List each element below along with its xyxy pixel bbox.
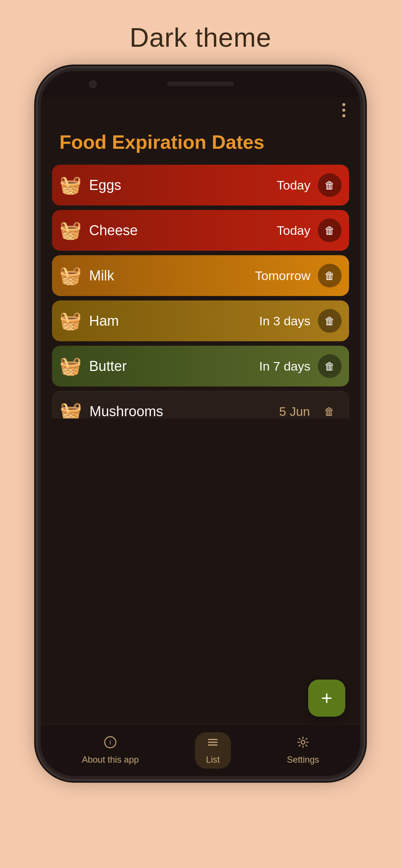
food-name-cheese: Cheese [89,223,277,239]
list-icon [206,736,219,752]
add-item-fab[interactable]: + [308,680,345,717]
food-item-cheese[interactable]: 🧺 Cheese Today 🗑 [52,210,349,251]
top-bar [41,97,360,123]
food-name-ham: Ham [89,313,259,329]
food-icon-eggs: 🧺 [59,175,82,195]
screen: Food Expiration Dates 🧺 Eggs Today 🗑 🧺 C… [41,97,360,776]
svg-rect-4 [208,744,218,746]
food-item-mushrooms[interactable]: 🧺 Mushrooms 5 Jun 🗑 [52,391,349,418]
nav-item-about[interactable]: i About this app [71,732,150,769]
food-item-milk[interactable]: 🧺 Milk Tomorrow 🗑 [52,255,349,296]
svg-point-5 [301,740,305,744]
dot3 [342,114,345,117]
info-icon: i [104,736,117,752]
trash-icon-ham: 🗑 [325,315,335,327]
delete-button-cheese[interactable]: 🗑 [318,218,342,242]
trash-icon-milk: 🗑 [325,270,335,282]
nav-label-settings: Settings [287,754,319,765]
page-background-title: Dark theme [130,22,271,53]
nav-item-settings[interactable]: Settings [276,732,330,769]
svg-rect-3 [208,742,218,743]
bottom-nav: i About this app List [41,724,360,776]
nav-label-about: About this app [82,754,138,765]
nav-label-list: List [206,754,220,765]
food-date-milk: Tomorrow [255,269,310,283]
delete-button-eggs[interactable]: 🗑 [318,173,342,197]
food-icon-mushrooms: 🧺 [60,401,82,418]
fab-container: + [41,672,360,724]
front-camera [89,80,97,88]
food-name-eggs: Eggs [89,177,277,193]
svg-text:i: i [110,739,111,746]
food-name-mushrooms: Mushrooms [89,404,279,418]
list-spacer [41,418,360,672]
food-name-milk: Milk [89,268,255,284]
food-date-cheese: Today [277,223,310,238]
food-name-butter: Butter [89,358,259,374]
food-date-mushrooms: 5 Jun [279,404,310,418]
svg-rect-2 [208,739,218,740]
more-options-button[interactable] [342,103,345,117]
food-icon-cheese: 🧺 [59,220,82,241]
settings-icon [297,736,309,752]
food-icon-butter: 🧺 [59,356,82,377]
trash-icon-eggs: 🗑 [325,179,335,191]
phone-notch [41,71,360,97]
food-date-ham: In 3 days [259,314,310,328]
plus-icon: + [321,688,332,708]
food-date-eggs: Today [277,178,310,193]
dot1 [342,103,345,106]
dot2 [342,109,345,112]
food-list: 🧺 Eggs Today 🗑 🧺 Cheese Today 🗑 🧺 Milk [41,165,360,418]
delete-button-mushrooms[interactable]: 🗑 [317,400,341,418]
phone-frame: Food Expiration Dates 🧺 Eggs Today 🗑 🧺 C… [41,71,360,776]
delete-button-butter[interactable]: 🗑 [318,354,342,378]
trash-icon-butter: 🗑 [325,360,335,372]
delete-button-milk[interactable]: 🗑 [318,264,342,287]
food-item-ham[interactable]: 🧺 Ham In 3 days 🗑 [52,300,349,341]
earpiece-speaker [167,82,234,86]
trash-icon-mushrooms: 🗑 [324,405,335,418]
nav-item-list[interactable]: List [195,732,231,769]
food-date-butter: In 7 days [259,359,310,374]
trash-icon-cheese: 🗑 [325,224,335,237]
delete-button-ham[interactable]: 🗑 [318,309,342,333]
food-icon-ham: 🧺 [59,310,82,331]
food-item-butter[interactable]: 🧺 Butter In 7 days 🗑 [52,346,349,387]
app-title: Food Expiration Dates [41,123,360,165]
food-item-eggs[interactable]: 🧺 Eggs Today 🗑 [52,165,349,206]
food-icon-milk: 🧺 [59,265,82,286]
